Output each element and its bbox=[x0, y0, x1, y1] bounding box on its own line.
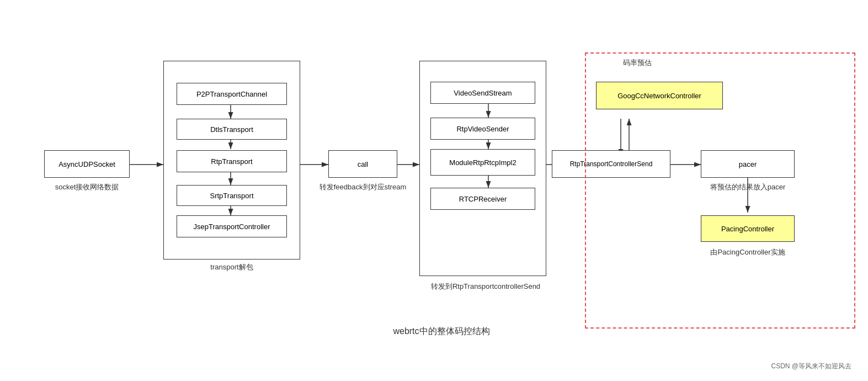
call-label: call bbox=[358, 160, 369, 168]
rtp-video-sender-box: RtpVideoSender bbox=[430, 118, 535, 140]
module-rtp-rtcp-label: ModuleRtpRtcpImpl2 bbox=[449, 158, 516, 167]
p2p-transport-channel-box: P2PTransportChannel bbox=[177, 83, 287, 105]
dtls-transport-label: DtlsTransport bbox=[210, 125, 253, 134]
call-box: call bbox=[328, 150, 397, 178]
video-group-label: 转发到RtpTransportcontrollerSend bbox=[403, 282, 568, 292]
pacing-controller-box: PacingController bbox=[701, 215, 795, 242]
module-rtp-rtcp-impl2-box: ModuleRtpRtcpImpl2 bbox=[430, 149, 535, 176]
rtp-transport-label: RtpTransport bbox=[211, 157, 252, 166]
dtls-transport-box: DtlsTransport bbox=[177, 119, 287, 140]
async-udp-socket-sublabel: socket接收网络数据 bbox=[44, 182, 130, 192]
diagram-container: AsyncUDPSocket socket接收网络数据 P2PTransport… bbox=[0, 0, 868, 381]
pacer-sublabel: 将预估的结果放入pacer bbox=[684, 182, 811, 192]
video-send-stream-box: VideoSendStream bbox=[430, 82, 535, 104]
rtp-transport-box: RtpTransport bbox=[177, 150, 287, 172]
srtp-transport-label: SrtpTransport bbox=[210, 192, 254, 200]
googcc-label: GoogCcNetworkController bbox=[617, 92, 701, 100]
jsep-transport-label: JsepTransportController bbox=[194, 223, 270, 231]
srtp-transport-box: SrtpTransport bbox=[177, 185, 287, 206]
async-udp-socket-label: AsyncUDPSocket bbox=[58, 160, 115, 168]
rtcp-receiver-label: RTCPReceiver bbox=[459, 195, 507, 203]
jsep-transport-controller-box: JsepTransportController bbox=[177, 215, 287, 237]
googcc-network-controller-box: GoogCcNetworkController bbox=[596, 82, 723, 109]
diagram-title: webrtc中的整体码控结构 bbox=[303, 326, 579, 337]
async-udp-socket-box: AsyncUDPSocket bbox=[44, 150, 130, 178]
rtcp-receiver-box: RTCPReceiver bbox=[430, 188, 535, 210]
footer-text: CSDN @等风来不如迎风去 bbox=[771, 362, 851, 371]
bitrate-title: 码率预估 bbox=[596, 58, 679, 68]
transport-label: transport解包 bbox=[163, 262, 300, 272]
pacing-controller-label: PacingController bbox=[721, 225, 774, 233]
video-send-stream-label: VideoSendStream bbox=[454, 89, 512, 97]
call-sublabel: 转发feedback到对应stream bbox=[312, 182, 414, 192]
pacer-label: pacer bbox=[739, 160, 757, 168]
pacing-controller-sublabel: 由PacingController实施 bbox=[684, 247, 811, 257]
pacer-box: pacer bbox=[701, 150, 795, 178]
rtp-video-sender-label: RtpVideoSender bbox=[456, 125, 509, 133]
p2p-transport-label: P2PTransportChannel bbox=[196, 90, 267, 98]
